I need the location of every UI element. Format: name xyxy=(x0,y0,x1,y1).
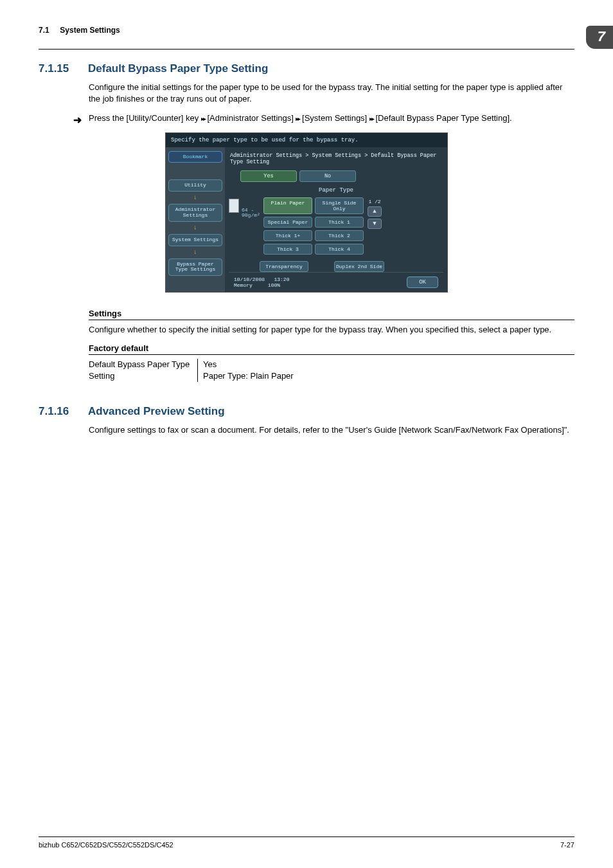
section-number: 7.1.16 xyxy=(39,405,74,418)
footer-page: 7-27 xyxy=(560,841,574,849)
no-button[interactable]: No xyxy=(299,170,356,182)
ss-date: 10/10/2008 xyxy=(234,276,265,282)
duplex-button[interactable]: Duplex 2nd Side xyxy=(334,261,384,272)
special-paper-button[interactable]: Special Paper xyxy=(263,217,312,228)
down-arrow-icon: ↓ xyxy=(168,249,222,256)
weight-label: 64 - 90g/m² xyxy=(242,197,260,255)
ss-memory-val: 100% xyxy=(268,282,280,288)
header-section-title: System Settings xyxy=(60,26,120,35)
settings-heading: Settings xyxy=(89,309,574,320)
thick3-button[interactable]: Thick 3 xyxy=(263,244,312,255)
nav-text: [System Settings] xyxy=(299,113,369,123)
section-title: Advanced Preview Setting xyxy=(88,405,225,418)
ok-button[interactable]: OK xyxy=(407,276,438,288)
factory-value-1: Yes xyxy=(203,359,294,370)
factory-default-table: Default Bypass Paper Type Setting Yes Pa… xyxy=(89,359,574,382)
intro-text: Configure the initial settings for the p… xyxy=(89,82,574,105)
transparency-button[interactable]: Transparency xyxy=(260,261,308,272)
thick2-button[interactable]: Thick 2 xyxy=(315,230,364,241)
nav-text: Press the [Utility/Counter] key xyxy=(89,113,201,123)
section-body: Configure settings to fax or scan a docu… xyxy=(89,424,574,436)
page-down-button[interactable]: ▼ xyxy=(368,219,382,229)
ui-screenshot: Specify the paper type to be used for th… xyxy=(165,132,448,293)
nav-text: [Administrator Settings] xyxy=(205,113,296,123)
admin-settings-button[interactable]: Administrator Settings xyxy=(168,204,222,222)
paper-type-label: Paper Type xyxy=(229,186,443,197)
settings-body: Configure whether to specify the initial… xyxy=(89,324,574,336)
yes-button[interactable]: Yes xyxy=(240,170,297,182)
factory-default-heading: Factory default xyxy=(89,343,574,355)
thick4-button[interactable]: Thick 4 xyxy=(315,244,364,255)
section-title: Default Bypass Paper Type Setting xyxy=(88,62,268,75)
header-section-num: 7.1 xyxy=(39,26,49,35)
ss-sidebar: Bookmark Utility ↓ Administrator Setting… xyxy=(166,147,225,292)
single-side-button[interactable]: Single Side Only xyxy=(315,197,364,214)
ss-instruction: Specify the paper type to be used for th… xyxy=(166,133,447,147)
down-arrow-icon: ↓ xyxy=(168,194,222,201)
ss-memory-label: Memory xyxy=(234,282,253,288)
bypass-settings-button[interactable]: Bypass Paper Type Settings xyxy=(168,258,222,276)
ss-time: 13:20 xyxy=(274,276,289,282)
factory-left-cell: Default Bypass Paper Type Setting xyxy=(89,359,198,382)
page-up-button[interactable]: ▲ xyxy=(368,206,382,217)
down-arrow-icon: ↓ xyxy=(168,224,222,231)
navigation-path: ➜ Press the [Utility/Counter] key [Admin… xyxy=(89,113,574,124)
page-footer: bizhub C652/C652DS/C552/C552DS/C452 7-27 xyxy=(39,836,574,849)
thick1-button[interactable]: Thick 1 xyxy=(315,217,364,228)
paper-thumb-icon xyxy=(229,199,239,213)
nav-text: [Default Bypass Paper Type Setting]. xyxy=(373,113,512,123)
chapter-badge: 7 xyxy=(586,26,613,49)
bookmark-button[interactable]: Bookmark xyxy=(168,151,222,163)
ss-breadcrumb: Administrator Settings > System Settings… xyxy=(229,150,443,170)
plain-paper-button[interactable]: Plain Paper xyxy=(263,197,312,214)
page-header: 7.1 System Settings 7 xyxy=(39,26,574,50)
utility-button[interactable]: Utility xyxy=(168,179,222,192)
arrow-icon: ➜ xyxy=(73,113,82,127)
system-settings-button[interactable]: System Settings xyxy=(168,234,222,246)
factory-value-2: Paper Type: Plain Paper xyxy=(203,370,294,382)
footer-model: bizhub C652/C652DS/C552/C552DS/C452 xyxy=(39,841,173,849)
page-indicator: 1 /2 xyxy=(368,199,380,204)
thick1plus-button[interactable]: Thick 1+ xyxy=(263,230,312,241)
section-number: 7.1.15 xyxy=(39,62,74,75)
